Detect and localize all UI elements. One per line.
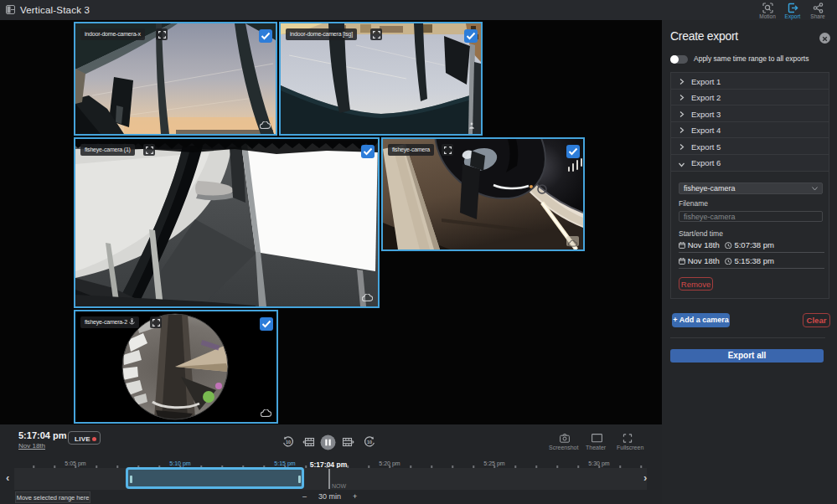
svg-text:10: 10 <box>367 440 372 445</box>
svg-text:10: 10 <box>286 440 291 445</box>
